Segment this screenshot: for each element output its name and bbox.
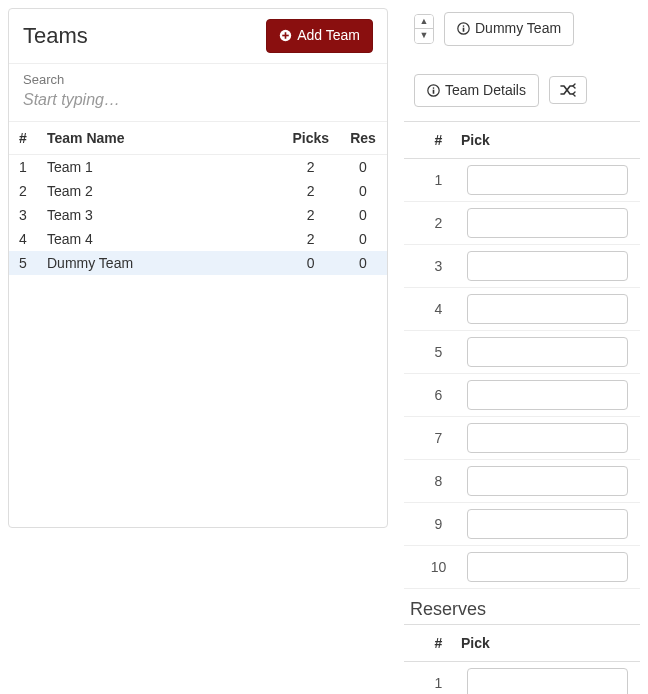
row-res: 0 (339, 154, 387, 179)
add-team-button[interactable]: Add Team (266, 19, 373, 53)
pick-input[interactable] (467, 466, 628, 496)
reserve-row: 1 (404, 662, 640, 694)
row-picks: 2 (282, 203, 339, 227)
row-res: 0 (339, 227, 387, 251)
reserves-title: Reserves (404, 589, 640, 624)
teams-title: Teams (23, 23, 88, 49)
svg-rect-8 (433, 90, 435, 94)
row-picks: 0 (282, 251, 339, 275)
row-num: 1 (9, 154, 37, 179)
row-num: 4 (9, 227, 37, 251)
reserves-section: # Pick 12 (404, 624, 640, 694)
col-res-header: Res (339, 122, 387, 155)
row-res: 0 (339, 179, 387, 203)
table-row[interactable]: 3Team 320 (9, 203, 387, 227)
row-picks: 2 (282, 179, 339, 203)
svg-rect-2 (282, 35, 289, 37)
pick-row: 7 (404, 417, 640, 460)
pick-row-num: 6 (416, 387, 461, 403)
col-picks-header: Picks (282, 122, 339, 155)
pick-row: 3 (404, 245, 640, 288)
shuffle-button[interactable] (549, 76, 587, 104)
pick-row: 10 (404, 546, 640, 589)
pick-input[interactable] (467, 251, 628, 281)
table-row[interactable]: 1Team 120 (9, 154, 387, 179)
order-spinner: ▲ ▼ (414, 14, 434, 44)
search-label: Search (23, 72, 373, 87)
picks-header-pick: Pick (461, 132, 628, 148)
pick-input[interactable] (467, 208, 628, 238)
row-num: 5 (9, 251, 37, 275)
pick-row-num: 5 (416, 344, 461, 360)
search-input[interactable] (23, 89, 373, 111)
team-details-button[interactable]: Team Details (414, 74, 539, 108)
row-name: Dummy Team (37, 251, 282, 275)
reserves-header: # Pick (404, 625, 640, 662)
reserve-row-num: 1 (416, 675, 461, 691)
reserve-input[interactable] (467, 668, 628, 694)
pick-input[interactable] (467, 509, 628, 539)
pick-input[interactable] (467, 552, 628, 582)
team-detail-panel: ▲ ▼ Dummy Team Team Details (404, 8, 640, 694)
plus-circle-icon (279, 29, 292, 42)
pick-row-num: 1 (416, 172, 461, 188)
add-team-label: Add Team (297, 26, 360, 46)
pick-row: 9 (404, 503, 640, 546)
pick-row: 4 (404, 288, 640, 331)
spinner-up-button[interactable]: ▲ (415, 15, 433, 29)
search-block: Search (9, 64, 387, 122)
pick-row-num: 3 (416, 258, 461, 274)
row-name: Team 4 (37, 227, 282, 251)
row-name: Team 1 (37, 154, 282, 179)
pick-row-num: 10 (416, 559, 461, 575)
info-circle-icon (427, 84, 440, 97)
col-name-header: Team Name (37, 122, 282, 155)
pick-input[interactable] (467, 423, 628, 453)
row-picks: 2 (282, 227, 339, 251)
pick-row-num: 9 (416, 516, 461, 532)
team-details-label: Team Details (445, 81, 526, 101)
pick-row: 5 (404, 331, 640, 374)
teams-table-header: # Team Name Picks Res (9, 122, 387, 155)
table-row[interactable]: 2Team 220 (9, 179, 387, 203)
row-num: 2 (9, 179, 37, 203)
table-row[interactable]: 5Dummy Team00 (9, 251, 387, 275)
spinner-down-button[interactable]: ▼ (415, 29, 433, 43)
current-team-button[interactable]: Dummy Team (444, 12, 574, 46)
picks-header: # Pick (404, 122, 640, 159)
teams-table: # Team Name Picks Res 1Team 1202Team 220… (9, 122, 387, 275)
pick-input[interactable] (467, 337, 628, 367)
svg-rect-5 (463, 28, 465, 32)
info-circle-icon (457, 22, 470, 35)
teams-panel: Teams Add Team Search # Team Name Picks … (8, 8, 388, 528)
table-row[interactable]: 4Team 420 (9, 227, 387, 251)
detail-top-row: ▲ ▼ Dummy Team (404, 8, 640, 50)
detail-actions-row: Team Details (404, 70, 640, 112)
picks-section: # Pick 12345678910 (404, 121, 640, 589)
row-res: 0 (339, 203, 387, 227)
row-res: 0 (339, 251, 387, 275)
row-name: Team 3 (37, 203, 282, 227)
pick-input[interactable] (467, 165, 628, 195)
pick-input[interactable] (467, 380, 628, 410)
row-name: Team 2 (37, 179, 282, 203)
pick-row-num: 7 (416, 430, 461, 446)
row-picks: 2 (282, 154, 339, 179)
pick-row: 1 (404, 159, 640, 202)
pick-row-num: 8 (416, 473, 461, 489)
svg-point-4 (463, 26, 465, 28)
pick-row-num: 2 (416, 215, 461, 231)
svg-point-7 (433, 87, 435, 89)
pick-row-num: 4 (416, 301, 461, 317)
current-team-label: Dummy Team (475, 19, 561, 39)
pick-input[interactable] (467, 294, 628, 324)
reserves-header-num: # (416, 635, 461, 651)
pick-row: 8 (404, 460, 640, 503)
picks-header-num: # (416, 132, 461, 148)
pick-row: 6 (404, 374, 640, 417)
col-num-header: # (9, 122, 37, 155)
reserves-header-pick: Pick (461, 635, 628, 651)
row-num: 3 (9, 203, 37, 227)
shuffle-icon (560, 83, 576, 97)
pick-row: 2 (404, 202, 640, 245)
